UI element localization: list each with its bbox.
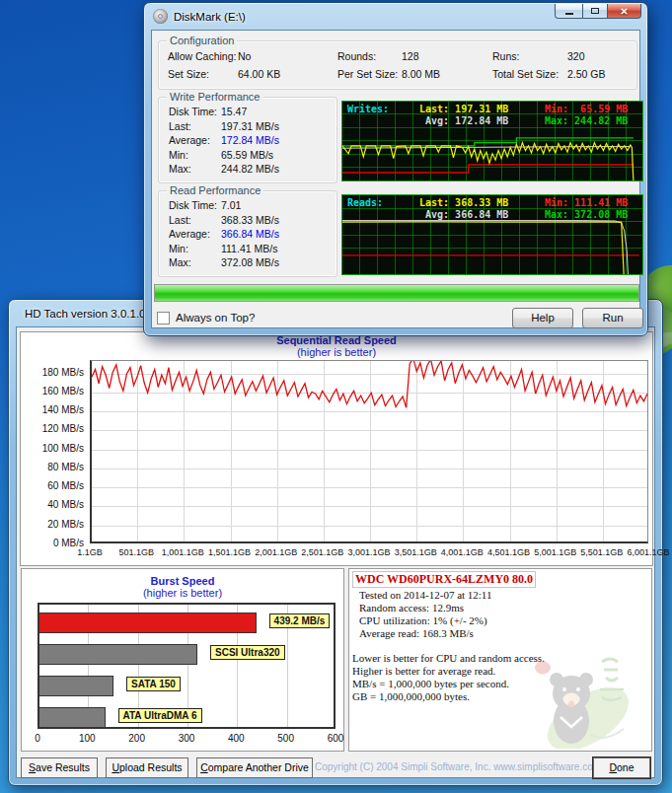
info-note-4: GB = 1,000,000,000 bytes. — [352, 690, 470, 702]
write-performance-group: Write Performance Disk Time:15.47Last:19… — [158, 97, 337, 183]
configuration-group: Configuration Allow Caching:NoRounds:128… — [158, 40, 637, 90]
config-field-value: 320 — [567, 50, 585, 62]
metric-value: 15.47 — [221, 106, 247, 117]
write-graph-name: Writes: — [347, 104, 389, 115]
y-axis-tick-label: 120 MB/s — [29, 423, 84, 434]
metric-value: 244.82 MB/s — [221, 163, 279, 175]
read-graph-last: Last: 368.33 MB — [419, 197, 508, 209]
diskmark-window-title: DiskMark (E:\) — [174, 11, 246, 23]
x-axis-tick-label: 3,001.1GB — [343, 547, 395, 557]
write-graph-min: Min: 65.59 MB — [545, 104, 628, 115]
burst-bar — [39, 613, 257, 633]
x-axis-tick-label: 2,001.1GB — [251, 547, 302, 557]
metric-value: 172.84 MB/s — [221, 134, 279, 146]
write-graph-max: Max: 244.82 MB — [545, 115, 628, 127]
x-axis-tick-label: 4,001.1GB — [436, 547, 487, 557]
diskmark-window: DiskMark (E:\) ✕ Configuration Allow Cac… — [143, 2, 648, 336]
write-graph-last: Last: 197.31 MB — [419, 104, 508, 115]
y-axis-tick-label: 40 MB/s — [29, 499, 84, 510]
read-graph: Reads: Last: 368.33 MB Avg: 366.84 MB Mi… — [341, 194, 643, 275]
config-field-label: Rounds: — [337, 50, 376, 62]
config-field-value: 128 — [402, 50, 419, 62]
copyright-text: Copyright (C) 2004 Simpli Software, Inc.… — [315, 761, 571, 772]
x-axis-tick-label: 300 — [173, 733, 200, 744]
burst-bar-label: SATA 150 — [126, 677, 181, 691]
read-performance-caption: Read Performance — [167, 184, 263, 196]
metric-value: 111.41 MB/s — [221, 243, 277, 254]
save-results-button[interactable]: Save Results — [21, 757, 98, 778]
sequential-chart-subtitle: (higher is better) — [21, 346, 652, 358]
y-axis-tick-label: 100 MB/s — [29, 443, 84, 454]
x-axis-tick-label: 100 — [73, 733, 101, 744]
config-field-value: 64.00 KB — [238, 68, 280, 80]
sequential-chart-plot — [90, 360, 648, 543]
x-axis-tick-label: 1.1GB — [64, 547, 115, 557]
metric-label: Disk Time: — [169, 199, 217, 211]
desktop: HD Tach version 3.0.1.0 - Fo Sequential … — [0, 0, 672, 793]
burst-chart-title: Burst Speed — [22, 575, 343, 587]
info-average-read: Average read: 168.3 MB/s — [359, 627, 474, 639]
sequential-chart-panel: Sequential Read Speed (higher is better)… — [20, 331, 653, 566]
info-note-1: Lower is better for CPU and random acces… — [352, 652, 545, 664]
write-graph: Writes: Last: 197.31 MB Avg: 172.84 MB M… — [341, 101, 643, 181]
x-axis-tick-label: 1,001.1GB — [157, 547, 208, 557]
info-tested-on: Tested on 2014-12-07 at 12:11 — [359, 589, 491, 601]
burst-bar — [39, 707, 106, 728]
x-axis-tick-label: 200 — [123, 733, 151, 744]
burst-bar — [39, 676, 113, 696]
read-performance-group: Read Performance Disk Time:7.01Last:368.… — [158, 190, 337, 277]
metric-label: Last: — [169, 214, 191, 226]
y-axis-tick-label: 160 MB/s — [29, 386, 84, 396]
config-field-label: Runs: — [492, 50, 519, 62]
burst-bar-label: SCSI Ultra320 — [210, 645, 285, 660]
y-axis-tick-label: 80 MB/s — [29, 462, 84, 472]
read-graph-min: Min: 111.41 MB — [545, 197, 628, 209]
x-axis-tick-label: 0 — [24, 733, 51, 744]
y-axis-tick-label: 140 MB/s — [29, 404, 84, 415]
config-field-label: Total Set Size: — [492, 68, 559, 80]
write-performance-caption: Write Performance — [167, 91, 263, 103]
help-button[interactable]: Help — [512, 308, 573, 328]
metric-value: 366.84 MB/s — [221, 228, 279, 240]
x-axis-tick-label: 6,001.1GB — [623, 547, 672, 557]
hdtach-window: HD Tach version 3.0.1.0 - Fo Sequential … — [8, 299, 663, 786]
x-axis-tick-label: 1,501.1GB — [204, 547, 256, 557]
diskmark-client-area: Configuration Allow Caching:NoRounds:128… — [151, 30, 640, 328]
burst-chart-subtitle: (higher is better) — [22, 587, 343, 599]
write-graph-avg: Avg: 172.84 MB — [419, 115, 508, 127]
maximize-button[interactable] — [582, 4, 608, 19]
x-axis-tick-label: 500 — [272, 733, 300, 744]
y-axis-tick-label: 20 MB/s — [29, 519, 84, 530]
drive-model: WDC WD60PURX-64LZMY0 80.0 — [352, 571, 536, 588]
metric-label: Last: — [169, 120, 191, 132]
run-button[interactable]: Run — [582, 308, 643, 328]
metric-value: 65.59 MB/s — [221, 149, 273, 161]
config-field-value: 8.00 MB — [402, 68, 440, 80]
metric-label: Min: — [169, 243, 188, 254]
read-graph-name: Reads: — [347, 197, 383, 209]
done-button[interactable]: Done — [593, 757, 650, 778]
x-axis-tick-label: 600 — [322, 733, 349, 744]
metric-value: 372.08 MB/s — [221, 256, 279, 268]
minimize-button[interactable] — [555, 4, 583, 19]
compare-another-drive-button[interactable]: Compare Another Drive — [196, 757, 313, 778]
x-axis-tick-label: 4,501.1GB — [484, 547, 535, 557]
x-axis-tick-label: 3,501.1GB — [390, 547, 441, 557]
metric-label: Disk Time: — [169, 106, 217, 117]
x-axis-tick-label: 501.1GB — [111, 547, 162, 557]
metric-label: Max: — [169, 163, 191, 175]
always-on-top-checkbox[interactable] — [157, 312, 170, 324]
x-axis-tick-label: 5,501.1GB — [576, 547, 628, 557]
metric-value: 197.31 MB/s — [221, 120, 279, 132]
config-field-label: Set Size: — [168, 68, 209, 80]
progress-bar — [154, 284, 639, 302]
metric-value: 368.33 MB/s — [221, 214, 279, 226]
close-button[interactable]: ✕ — [607, 4, 641, 19]
info-note-2: Higher is better for average read. — [352, 665, 495, 677]
metric-label: Max: — [169, 256, 191, 268]
hdtach-client-area: Sequential Read Speed (higher is better)… — [16, 326, 655, 778]
metric-value: 7.01 — [221, 199, 241, 211]
upload-results-button[interactable]: Upload Results — [106, 757, 188, 778]
burst-bar-label: 439.2 MB/s — [269, 613, 331, 628]
caption-buttons: ✕ — [555, 4, 641, 19]
